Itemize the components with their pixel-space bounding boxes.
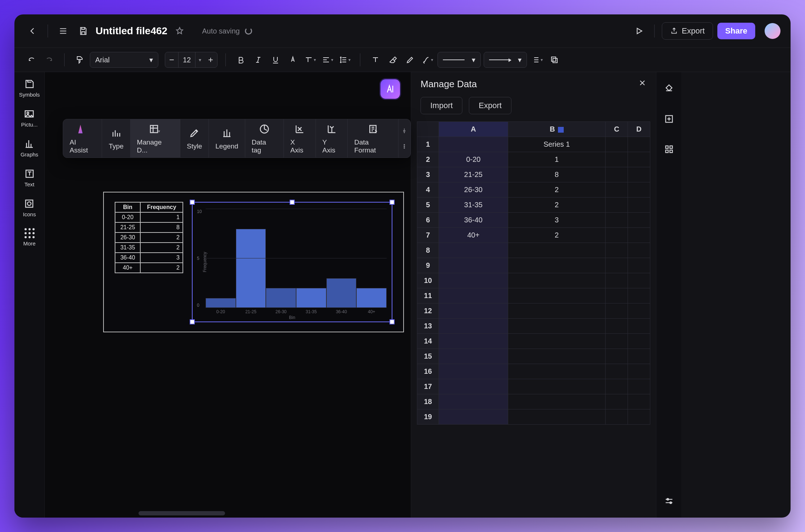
cell[interactable] (508, 334, 606, 349)
layers-button[interactable] (547, 53, 562, 67)
cell[interactable] (508, 288, 606, 303)
share-button[interactable]: Share (717, 23, 755, 39)
cell[interactable] (628, 394, 650, 409)
ct-y-axis[interactable]: Y Axis (316, 119, 348, 158)
resize-handle[interactable] (190, 200, 195, 205)
line-style-select[interactable]: ▾ (437, 52, 481, 68)
cell[interactable] (628, 243, 650, 258)
back-button[interactable] (25, 23, 40, 39)
list-button[interactable]: ▾ (530, 53, 544, 67)
cell[interactable] (606, 379, 628, 394)
cell[interactable]: 31-35 (439, 198, 508, 213)
bar[interactable] (296, 288, 326, 308)
apps-button[interactable] (662, 142, 676, 156)
cell[interactable] (628, 228, 650, 243)
row-header[interactable]: 17 (417, 379, 439, 394)
cell[interactable] (628, 303, 650, 319)
cell[interactable] (439, 409, 508, 425)
cell[interactable] (606, 152, 628, 167)
cell[interactable] (439, 334, 508, 349)
cell[interactable] (439, 364, 508, 379)
cell[interactable]: 8 (508, 167, 606, 182)
cell[interactable] (628, 137, 650, 152)
connector-button[interactable]: ▾ (420, 53, 435, 67)
cell[interactable]: 26-30 (439, 182, 508, 198)
cell[interactable]: 40+ (439, 228, 508, 243)
cell[interactable] (628, 334, 650, 349)
resize-handle[interactable] (290, 200, 295, 205)
cell[interactable] (439, 137, 508, 152)
cell[interactable] (606, 258, 628, 273)
row-header[interactable]: 8 (417, 243, 439, 258)
cell[interactable] (606, 364, 628, 379)
cell[interactable] (606, 137, 628, 152)
row-header[interactable]: 3 (417, 167, 439, 182)
font-size-stepper[interactable]: − 12 ▾ + (165, 52, 217, 68)
sidebar-item-graphs[interactable]: Graphs (21, 138, 38, 158)
cell[interactable] (508, 349, 606, 364)
cell[interactable]: 2 (508, 228, 606, 243)
cell[interactable] (606, 349, 628, 364)
cell[interactable] (508, 303, 606, 319)
document-frame[interactable]: Bin Frequency 0-20121-25826-30231-35236-… (103, 192, 404, 332)
cell[interactable] (628, 213, 650, 228)
resize-handle[interactable] (390, 200, 395, 205)
menu-button[interactable] (55, 23, 71, 39)
horizontal-scrollbar[interactable] (138, 511, 225, 515)
resize-handle[interactable] (190, 319, 195, 324)
cell[interactable] (628, 364, 650, 379)
import-button[interactable]: Import (421, 97, 462, 114)
row-header[interactable]: 4 (417, 182, 439, 198)
cell[interactable] (628, 182, 650, 198)
cell[interactable] (628, 349, 650, 364)
row-header[interactable]: 19 (417, 409, 439, 425)
cell[interactable]: 1 (508, 152, 606, 167)
bar[interactable] (356, 288, 387, 308)
row-header[interactable]: 9 (417, 258, 439, 273)
ct-type[interactable]: Type (102, 119, 130, 158)
bar[interactable] (206, 298, 236, 308)
row-header[interactable]: 15 (417, 349, 439, 364)
row-header[interactable]: 12 (417, 303, 439, 319)
sidebar-item-more[interactable]: More (23, 228, 35, 247)
cell[interactable] (606, 303, 628, 319)
sidebar-item-icons[interactable]: Icons (23, 198, 36, 217)
cell[interactable] (606, 228, 628, 243)
font-color-button[interactable] (286, 53, 300, 67)
underline-button[interactable] (268, 53, 283, 67)
ct-style[interactable]: Style (180, 119, 209, 158)
cell[interactable] (508, 364, 606, 379)
cell[interactable]: 3 (508, 213, 606, 228)
ct-more[interactable] (399, 119, 410, 158)
cell[interactable] (628, 273, 650, 288)
row-header[interactable]: 5 (417, 198, 439, 213)
ct-legend[interactable]: Legend (209, 119, 245, 158)
cell[interactable] (628, 198, 650, 213)
row-header[interactable]: 14 (417, 334, 439, 349)
align-button[interactable]: ▾ (320, 53, 335, 67)
cell[interactable] (508, 273, 606, 288)
row-header[interactable]: 10 (417, 273, 439, 288)
bar[interactable] (236, 229, 266, 308)
cell[interactable] (439, 394, 508, 409)
undo-button[interactable] (25, 53, 39, 67)
column-header[interactable]: C (606, 122, 628, 137)
close-panel-button[interactable] (638, 79, 647, 90)
user-avatar[interactable] (765, 23, 780, 39)
insert-button[interactable] (662, 112, 676, 126)
cell[interactable] (439, 349, 508, 364)
cell[interactable] (606, 198, 628, 213)
cell[interactable] (606, 213, 628, 228)
cell[interactable] (628, 409, 650, 425)
settings-slider-button[interactable] (662, 494, 676, 508)
pen-button[interactable] (403, 53, 417, 67)
cell[interactable] (508, 258, 606, 273)
format-painter-button[interactable] (72, 53, 87, 67)
column-header[interactable]: B (508, 122, 606, 137)
sidebar-item-symbols[interactable]: Symbols (19, 79, 40, 98)
sidebar-item-text[interactable]: Text (24, 168, 35, 187)
canvas[interactable]: AI Assist Type ▾ Manage D... Style (45, 72, 411, 518)
cell[interactable] (439, 379, 508, 394)
font-size-increase[interactable]: + (204, 55, 217, 65)
cell[interactable] (628, 258, 650, 273)
